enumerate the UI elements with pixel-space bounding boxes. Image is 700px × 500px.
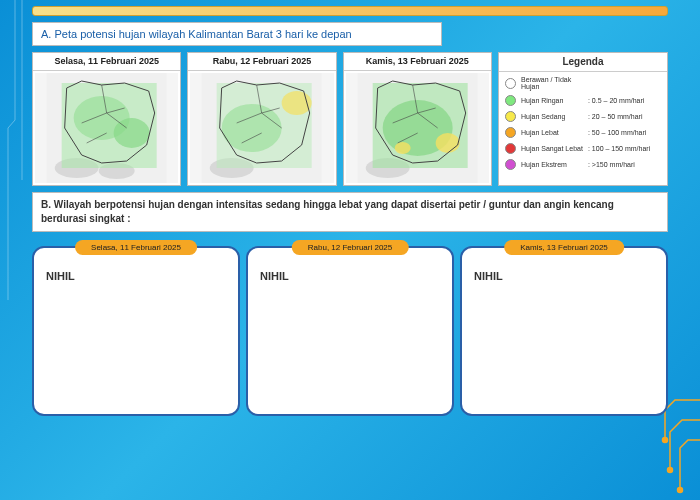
legend-body: Berawan / Tidak HujanHujan Ringan: 0.5 –… <box>499 72 667 185</box>
legend-label: Hujan Ekstrem <box>521 161 583 168</box>
legend-range: : >150 mm/hari <box>588 161 661 168</box>
legend-range: : 50 – 100 mm/hari <box>588 129 661 136</box>
map-image <box>35 73 178 183</box>
svg-point-19 <box>394 142 410 154</box>
legend-item: Berawan / Tidak Hujan <box>505 76 661 90</box>
legend-label: Hujan Ringan <box>521 97 583 104</box>
map-date: Selasa, 11 Februari 2025 <box>33 53 180 70</box>
legend-range: : 100 – 150 mm/hari <box>588 145 661 152</box>
legend-label: Hujan Sedang <box>521 113 583 120</box>
legend-swatch <box>505 111 516 122</box>
map-date: Rabu, 12 Februari 2025 <box>188 53 335 70</box>
forecast-card-0: Selasa, 11 Februari 2025 NIHIL <box>32 246 240 416</box>
svg-point-1 <box>668 468 673 473</box>
maps-row: Selasa, 11 Februari 2025 Rabu, 12 Februa… <box>32 52 668 186</box>
svg-point-18 <box>435 133 459 153</box>
legend-label: Hujan Lebat <box>521 129 583 136</box>
map-date: Kamis, 13 Februari 2025 <box>344 53 491 70</box>
map-card-0: Selasa, 11 Februari 2025 <box>32 52 181 186</box>
legend-range: : 20 – 50 mm/hari <box>588 113 661 120</box>
map-image <box>190 73 333 183</box>
legend-swatch <box>505 143 516 154</box>
decorative-lines-left <box>0 0 30 500</box>
legend-title: Legenda <box>499 53 667 71</box>
legend-swatch <box>505 95 516 106</box>
legend-item: Hujan Sangat Lebat: 100 – 150 mm/hari <box>505 143 661 154</box>
map-image <box>346 73 489 183</box>
svg-point-2 <box>678 488 683 493</box>
forecast-tab: Kamis, 13 Februari 2025 <box>504 240 624 255</box>
forecast-row: Selasa, 11 Februari 2025 NIHIL Rabu, 12 … <box>32 246 668 416</box>
top-banner <box>32 6 668 16</box>
map-card-2: Kamis, 13 Februari 2025 <box>343 52 492 186</box>
forecast-tab: Selasa, 11 Februari 2025 <box>75 240 197 255</box>
legend-card: Legenda Berawan / Tidak HujanHujan Ringa… <box>498 52 668 186</box>
legend-swatch <box>505 159 516 170</box>
legend-item: Hujan Lebat: 50 – 100 mm/hari <box>505 127 661 138</box>
section-b-title: B. Wilayah berpotensi hujan dengan inten… <box>32 192 668 232</box>
legend-range: : 0.5 – 20 mm/hari <box>588 97 661 104</box>
legend-swatch <box>505 78 516 89</box>
forecast-card-2: Kamis, 13 Februari 2025 NIHIL <box>460 246 668 416</box>
legend-label: Berawan / Tidak Hujan <box>521 76 583 90</box>
map-card-1: Rabu, 12 Februari 2025 <box>187 52 336 186</box>
legend-item: Hujan Ekstrem: >150 mm/hari <box>505 159 661 170</box>
legend-swatch <box>505 127 516 138</box>
forecast-tab: Rabu, 12 Februari 2025 <box>292 240 409 255</box>
forecast-card-1: Rabu, 12 Februari 2025 NIHIL <box>246 246 454 416</box>
legend-item: Hujan Sedang: 20 – 50 mm/hari <box>505 111 661 122</box>
section-a-title: A. Peta potensi hujan wilayah Kalimantan… <box>32 22 442 46</box>
legend-item: Hujan Ringan: 0.5 – 20 mm/hari <box>505 95 661 106</box>
legend-label: Hujan Sangat Lebat <box>521 145 583 152</box>
